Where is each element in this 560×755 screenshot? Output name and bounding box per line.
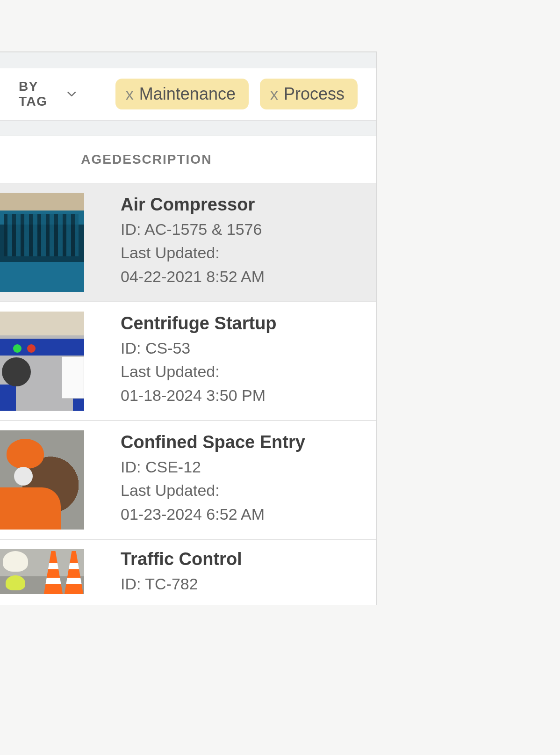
item-updated-value: 01-23-2024 6:52 AM <box>121 502 305 526</box>
item-id: ID: TC-782 <box>121 572 242 595</box>
chip-label: Process <box>284 84 345 104</box>
filter-dropdown-label: BY TAG <box>19 79 63 109</box>
item-thumbnail <box>0 193 84 292</box>
chip-remove-icon[interactable]: x <box>270 86 278 102</box>
item-id: ID: CS-53 <box>121 336 277 360</box>
item-thumbnail <box>0 430 84 530</box>
column-header-description: DESCRIPTION <box>112 152 212 167</box>
item-list: Air Compressor ID: AC-1575 & 1576 Last U… <box>0 183 376 605</box>
list-item[interactable]: Confined Space Entry ID: CSE-12 Last Upd… <box>0 421 376 540</box>
filter-bar: BY TAG x Maintenance x Process <box>0 68 376 120</box>
item-thumbnail <box>0 549 84 594</box>
item-updated-value: 04-22-2021 8:52 AM <box>121 265 265 288</box>
section-spacer <box>0 120 376 136</box>
list-panel: BY TAG x Maintenance x Process AGE DESCR… <box>0 51 377 605</box>
filter-by-tag-dropdown[interactable]: BY TAG <box>19 79 76 109</box>
item-updated-label: Last Updated: <box>121 479 305 502</box>
item-title: Traffic Control <box>121 549 242 569</box>
item-thumbnail <box>0 312 84 411</box>
item-description: Centrifuge Startup ID: CS-53 Last Update… <box>84 312 277 407</box>
item-title: Air Compressor <box>121 195 265 215</box>
item-title: Centrifuge Startup <box>121 313 277 334</box>
list-item[interactable]: Centrifuge Startup ID: CS-53 Last Update… <box>0 302 376 421</box>
item-updated-value: 01-18-2024 3:50 PM <box>121 384 277 407</box>
item-title: Confined Space Entry <box>121 432 305 452</box>
item-updated-label: Last Updated: <box>121 360 277 383</box>
chip-remove-icon[interactable]: x <box>126 86 134 102</box>
item-updated-label: Last Updated: <box>121 241 265 264</box>
item-description: Confined Space Entry ID: CSE-12 Last Upd… <box>84 430 305 526</box>
list-item[interactable]: Air Compressor ID: AC-1575 & 1576 Last U… <box>0 183 376 302</box>
filter-chips: x Maintenance x Process <box>115 79 358 109</box>
item-id: ID: AC-1575 & 1576 <box>121 218 265 241</box>
top-spacer <box>0 52 376 68</box>
column-header-row: AGE DESCRIPTION <box>0 136 376 183</box>
column-header-image: AGE <box>0 152 112 167</box>
chip-label: Maintenance <box>139 84 236 104</box>
list-item[interactable]: Traffic Control ID: TC-782 <box>0 540 376 605</box>
item-description: Traffic Control ID: TC-782 <box>84 549 242 595</box>
item-id: ID: CSE-12 <box>121 455 305 479</box>
chevron-down-icon <box>67 91 76 97</box>
filter-chip-process[interactable]: x Process <box>260 79 358 109</box>
filter-chip-maintenance[interactable]: x Maintenance <box>115 79 249 109</box>
item-description: Air Compressor ID: AC-1575 & 1576 Last U… <box>84 193 265 288</box>
